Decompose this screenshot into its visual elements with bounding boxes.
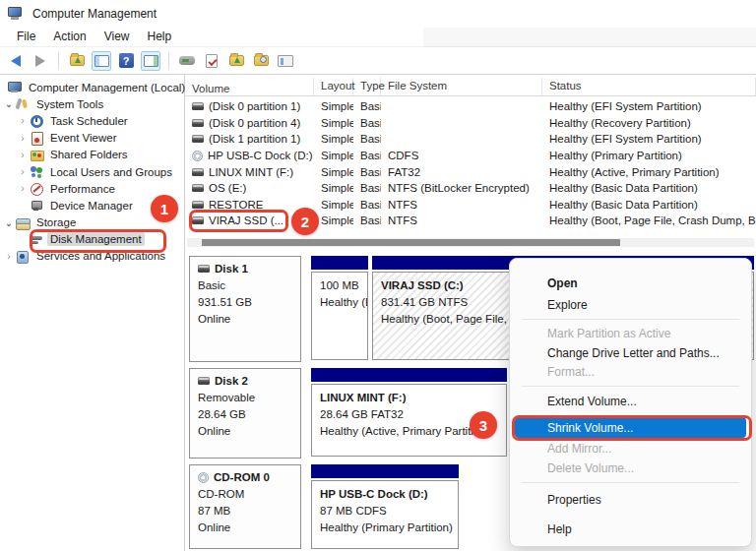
menu-view[interactable]: View (95, 28, 139, 45)
toolbar-separator (58, 52, 59, 70)
disk-1-label[interactable]: Disk 1 Basic 931.51 GB Online (189, 256, 301, 362)
clock-icon (30, 114, 43, 127)
menu-file[interactable]: File (8, 28, 44, 45)
tree-item-computer-management[interactable]: Computer Management (Local) (0, 79, 184, 95)
volume-icon (192, 184, 204, 192)
table-row[interactable]: RESTORE Simple Basic NTFS Healthy (Basic… (185, 197, 756, 214)
horizontal-scrollbar[interactable] (187, 238, 754, 247)
tree-item-task-scheduler[interactable]: › Task Scheduler (0, 112, 184, 129)
table-row[interactable]: (Disk 0 partition 1) Simple Basic Health… (185, 98, 756, 115)
menu-item-mark-partition-active: Mark Partition as Active (515, 323, 746, 344)
shared-folder-icon (30, 149, 43, 161)
computer-management-window: Computer Management File Action View Hel… (0, 0, 756, 551)
tools-icon (16, 97, 30, 110)
titlebar: Computer Management (0, 0, 756, 27)
show-action-pane-icon[interactable] (141, 51, 160, 71)
disk-2-label[interactable]: Disk 2 Removable 28.64 GB Online (189, 368, 301, 459)
table-row[interactable]: HP USB-C Dock (D:) Simple Basic CDFS Hea… (185, 148, 756, 164)
console-icon[interactable] (177, 51, 197, 71)
volume-icon (192, 201, 204, 209)
event-log-icon (30, 132, 43, 145)
column-header-layout[interactable]: Layout (314, 78, 353, 96)
menu-item-extend-volume[interactable]: Extend Volume... (515, 391, 746, 412)
menu-separator (522, 386, 739, 387)
partition-color-band (311, 464, 459, 478)
show-console-tree-icon[interactable] (92, 51, 111, 71)
tree-item-disk-management[interactable]: Disk Management (0, 231, 184, 248)
volume-table-body: (Disk 0 partition 1) Simple Basic Health… (185, 98, 756, 229)
chevron-down-icon[interactable]: ⌄ (4, 217, 14, 228)
chevron-right-icon[interactable]: › (4, 251, 14, 262)
toolbar: ? (0, 47, 756, 75)
computer-management-app-icon (8, 7, 24, 21)
disk-icon (198, 377, 210, 385)
menu-item-format: Format... (515, 361, 746, 383)
menu-help[interactable]: Help (139, 28, 181, 45)
menu-item-delete-volume: Delete Volume... (515, 458, 746, 479)
context-menu: Open Explore Mark Partition as Active Ch… (509, 258, 752, 547)
column-header-type[interactable]: Type (353, 78, 381, 96)
toolbar-separator (168, 52, 169, 70)
services-icon (16, 250, 30, 263)
console-tree: Computer Management (Local) ⌄ System Too… (0, 75, 185, 551)
menu-item-open[interactable]: Open (515, 272, 746, 295)
volume-icon (192, 102, 204, 110)
menu-item-shrink-volume[interactable]: Shrink Volume... (515, 417, 746, 438)
scrollbar-thumb[interactable] (202, 239, 620, 246)
chevron-right-icon[interactable]: › (18, 183, 28, 194)
tree-item-performance[interactable]: › Performance (0, 180, 184, 197)
performance-gauge-icon (30, 182, 43, 195)
properties-check-icon[interactable] (202, 51, 221, 71)
menu-item-explore[interactable]: Explore (515, 293, 746, 317)
back-icon[interactable] (6, 51, 26, 71)
cdrom-hp-dock-partition[interactable]: HP USB-C Dock (D:) 87 MB CDFS Healthy (P… (311, 464, 459, 549)
partition-color-band (311, 256, 368, 270)
cd-icon (198, 472, 209, 483)
tree-item-system-tools[interactable]: ⌄ System Tools (0, 95, 184, 112)
users-icon (30, 165, 43, 178)
partition-color-band (311, 368, 507, 382)
menu-item-properties[interactable]: Properties (515, 489, 746, 511)
device-icon (30, 199, 43, 212)
volume-icon (192, 135, 204, 143)
annotation-step-3-badge: 3 (470, 411, 497, 439)
column-header-volume[interactable]: Volume (185, 78, 314, 96)
tree-item-event-viewer[interactable]: › Event Viewer (0, 130, 184, 147)
table-row[interactable]: (Disk 1 partition 1) Simple Basic Health… (185, 131, 756, 148)
menu-action[interactable]: Action (44, 28, 94, 45)
folder-search-icon[interactable] (251, 51, 271, 71)
help-icon[interactable]: ? (116, 51, 136, 71)
volume-icon (192, 216, 204, 224)
forward-icon[interactable] (31, 51, 50, 71)
menu-item-help[interactable]: Help (515, 519, 746, 540)
chevron-right-icon[interactable]: › (18, 115, 28, 126)
column-header-status[interactable]: Status (542, 78, 756, 96)
cdrom-0-label[interactable]: CD-ROM 0 CD-ROM 87 MB Online (189, 464, 301, 549)
chevron-down-icon[interactable]: ⌄ (4, 98, 14, 109)
folder-up-icon[interactable] (226, 51, 246, 71)
menu-separator (522, 482, 739, 483)
chevron-right-icon[interactable]: › (18, 133, 28, 144)
table-row-viraj-ssd[interactable]: VIRAJ SSD (... Simple Basic NTFS Healthy… (185, 213, 756, 229)
faded-watermark-band (423, 28, 756, 48)
volume-icon (192, 119, 204, 127)
menu-separator (522, 319, 739, 320)
tree-item-services-applications[interactable]: › Services and Applications (0, 248, 184, 265)
properties-list-icon[interactable] (276, 51, 295, 71)
table-row[interactable]: LINUX MINT (F:) Simple Basic FAT32 Healt… (185, 163, 756, 180)
disk-icon (198, 265, 210, 273)
table-row[interactable]: OS (E:) Simple Basic NTFS (BitLocker Enc… (185, 180, 756, 197)
cd-icon (192, 151, 203, 161)
chevron-right-icon[interactable]: › (18, 166, 28, 177)
table-row[interactable]: (Disk 0 partition 4) Simple Basic Health… (185, 115, 756, 132)
volume-icon (192, 168, 204, 176)
column-header-file-system[interactable]: File System (381, 78, 542, 96)
menu-item-add-mirror: Add Mirror... (515, 438, 746, 459)
storage-icon (16, 216, 30, 229)
chevron-right-icon[interactable]: › (18, 150, 28, 160)
tree-item-shared-folders[interactable]: › Shared Folders (0, 147, 184, 163)
tree-item-local-users-groups[interactable]: › Local Users and Groups (0, 163, 184, 180)
annotation-step-2-badge: 2 (291, 208, 319, 235)
disk-1-efi-partition[interactable]: 100 MB Healthy (EFI (311, 256, 368, 360)
up-folder-icon[interactable] (67, 51, 87, 71)
